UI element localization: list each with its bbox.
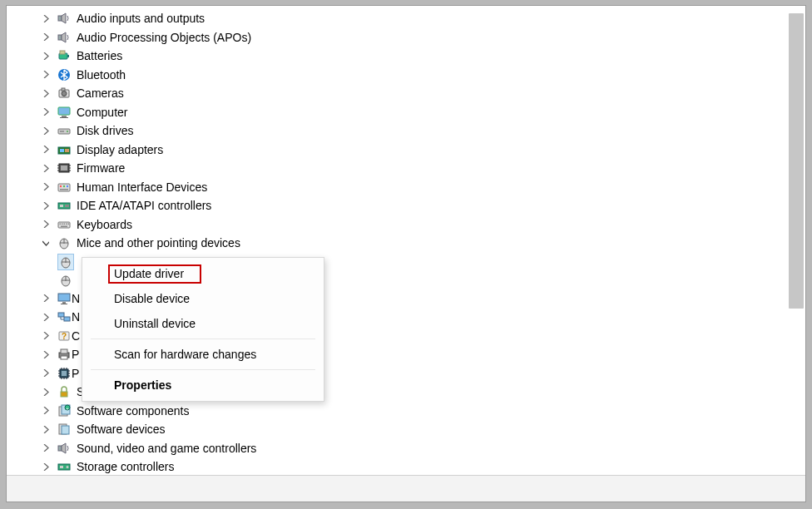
swcomp-icon: + (57, 403, 72, 418)
tree-item-display-adapters[interactable]: Display adapters (7, 141, 785, 160)
svg-marker-1 (62, 13, 66, 23)
tree-item-sound-video-game[interactable]: Sound, video and game controllers (7, 439, 785, 458)
chevron-right-icon[interactable] (42, 295, 49, 302)
svg-rect-40 (66, 223, 67, 225)
ctx-item-label: Disable device (114, 292, 190, 305)
chevron-right-icon[interactable] (42, 351, 49, 358)
speaker-icon (57, 441, 72, 456)
tree-item-ide[interactable]: IDE ATA/ATAPI controllers (7, 196, 785, 215)
chevron-right-icon[interactable] (42, 52, 49, 59)
ctx-item-label: Scan for hardware changes (114, 348, 256, 361)
device-tree: Audio inputs and outputs Audio Processin… (7, 7, 785, 475)
vertical-scrollbar[interactable] (789, 13, 804, 309)
mouse-icon (58, 273, 73, 288)
svg-rect-18 (60, 149, 64, 152)
tree-item-batteries[interactable]: Batteries (7, 47, 785, 66)
svg-rect-41 (68, 223, 70, 225)
tree-item-firmware[interactable]: Firmware (7, 159, 785, 178)
chevron-right-icon[interactable] (42, 15, 49, 22)
svg-marker-3 (62, 32, 66, 42)
device-tree-pane[interactable]: Audio inputs and outputs Audio Processin… (7, 7, 785, 475)
swdev-icon (57, 422, 72, 437)
chevron-right-icon[interactable] (42, 388, 49, 395)
tree-item-label-partial: P (72, 345, 79, 363)
chevron-right-icon[interactable] (42, 314, 49, 320)
svg-rect-12 (62, 116, 67, 117)
tree-item-mice[interactable]: Mice and other pointing devices (7, 234, 785, 253)
chevron-right-icon[interactable] (42, 184, 49, 190)
speaker-icon (57, 11, 72, 26)
tree-item-label: Audio Processing Objects (APOs) (77, 28, 251, 47)
tree-item-label: Disk drives (77, 121, 133, 140)
tree-item-hid[interactable]: Human Interface Devices (7, 178, 785, 197)
ctx-uninstall-device[interactable]: Uninstall device (82, 311, 324, 336)
tree-item-cameras[interactable]: Cameras (7, 84, 785, 103)
other-icon: ? (57, 329, 72, 343)
ctx-properties[interactable]: Properties (82, 373, 324, 398)
tree-item-storage-controllers[interactable]: Storage controllers (7, 457, 785, 475)
chevron-right-icon[interactable] (42, 146, 49, 153)
chevron-right-icon[interactable] (42, 333, 49, 339)
keyboard-icon (57, 217, 72, 232)
chevron-down-icon[interactable] (42, 240, 49, 246)
ctx-item-label: Uninstall device (114, 317, 196, 330)
tree-item-label: Computer (77, 103, 127, 121)
svg-rect-2 (58, 35, 62, 40)
svg-rect-60 (61, 349, 67, 353)
monitor-icon (57, 291, 72, 306)
tree-item-label: Software devices (77, 420, 166, 438)
tree-item-label: Keyboards (77, 215, 132, 234)
chevron-right-icon[interactable] (42, 90, 49, 96)
ctx-item-label: Properties (114, 378, 171, 392)
ide-icon (57, 198, 72, 213)
chevron-right-icon[interactable] (42, 165, 49, 171)
tree-item-audio-inputs[interactable]: Audio inputs and outputs (7, 9, 785, 28)
svg-rect-0 (58, 16, 62, 21)
svg-rect-21 (61, 166, 67, 170)
svg-rect-76 (61, 392, 67, 397)
tree-item-computer[interactable]: Computer (7, 103, 785, 122)
svg-rect-19 (65, 149, 69, 152)
svg-rect-55 (58, 313, 64, 317)
chevron-right-icon[interactable] (42, 202, 49, 209)
chevron-right-icon[interactable] (42, 463, 49, 470)
svg-rect-11 (58, 107, 70, 115)
bluetooth-icon (57, 67, 72, 82)
storage-icon (57, 459, 72, 474)
svg-point-15 (67, 131, 68, 132)
tree-item-label: IDE ATA/ATAPI controllers (77, 196, 211, 215)
ctx-disable-device[interactable]: Disable device (82, 286, 324, 311)
ctx-update-driver[interactable]: Update driver (82, 261, 324, 286)
chevron-right-icon[interactable] (42, 34, 49, 41)
ctx-scan-hardware[interactable]: Scan for hardware changes (82, 342, 324, 367)
tree-item-label: Audio inputs and outputs (77, 9, 205, 27)
tree-item-label: Firmware (77, 159, 125, 177)
tree-item-label-partial: C (72, 327, 80, 345)
status-bar (7, 475, 805, 502)
printer-icon (57, 347, 72, 362)
svg-rect-16 (60, 131, 64, 132)
network-icon (57, 309, 72, 324)
chevron-right-icon[interactable] (42, 127, 49, 134)
tree-item-keyboards[interactable]: Keyboards (7, 215, 785, 235)
processor-icon (57, 366, 72, 381)
chevron-right-icon[interactable] (42, 426, 49, 432)
chevron-right-icon[interactable] (42, 408, 49, 414)
chevron-right-icon[interactable] (42, 445, 49, 452)
chevron-right-icon[interactable] (42, 370, 49, 377)
tree-item-label: Bluetooth (77, 66, 126, 84)
tree-item-bluetooth[interactable]: Bluetooth (7, 66, 785, 85)
chevron-right-icon[interactable] (42, 221, 49, 228)
tree-item-apos[interactable]: Audio Processing Objects (APOs) (7, 28, 785, 47)
tree-item-software-components[interactable]: + Software components (7, 402, 785, 421)
tree-item-software-devices[interactable]: Software devices (7, 420, 785, 439)
svg-rect-13 (60, 117, 68, 118)
tree-item-disk-drives[interactable]: Disk drives (7, 121, 785, 141)
device-manager-window: Audio inputs and outputs Audio Processin… (6, 5, 806, 502)
battery-icon (57, 48, 72, 63)
tree-item-label-partial: N (72, 308, 80, 326)
svg-point-30 (63, 185, 65, 187)
chevron-right-icon[interactable] (42, 109, 49, 116)
chevron-right-icon[interactable] (42, 72, 49, 78)
security-icon (57, 384, 72, 399)
